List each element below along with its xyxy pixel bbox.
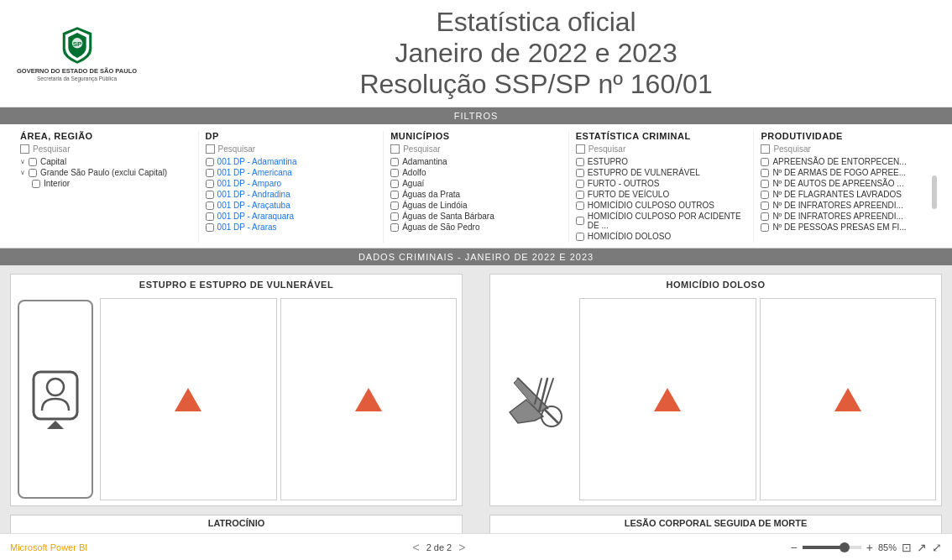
filter-dp-andradina-checkbox[interactable] xyxy=(206,191,214,199)
filter-area-search-row[interactable]: Pesquisar xyxy=(20,144,191,154)
filter-est-estupro[interactable]: ESTUPRO xyxy=(576,157,747,166)
chevron-icon[interactable]: ∨ xyxy=(20,169,25,176)
zoom-plus-button[interactable]: + xyxy=(866,541,873,554)
filter-mun-adolfo[interactable]: Adolfo xyxy=(390,168,562,177)
filter-dp-amparo[interactable]: 001 DP - Amparo xyxy=(206,179,377,188)
share-icon[interactable]: ↗ xyxy=(917,541,927,554)
filter-est-homicidioculposo-checkbox[interactable] xyxy=(576,201,584,210)
filter-mun-aguai-checkbox[interactable] xyxy=(390,180,399,188)
filter-dp-araras[interactable]: 001 DP - Araras xyxy=(206,222,377,232)
filter-mun-aguai[interactable]: Aguaí xyxy=(390,179,562,188)
filter-mun-aguasdaprata-checkbox[interactable] xyxy=(390,191,399,199)
chart-estupro-2 xyxy=(280,298,458,500)
filter-dp-aracatuba[interactable]: 001 DP - Araçatuba xyxy=(206,201,377,210)
chevron-icon[interactable]: ∨ xyxy=(20,158,25,165)
filter-area-search-checkbox[interactable] xyxy=(20,144,29,154)
filter-mun-adamantina-checkbox[interactable] xyxy=(390,158,399,166)
filter-area-grande-sp[interactable]: ∨ Grande São Paulo (exclui Capital) xyxy=(20,168,191,177)
filter-est-homicidiodoloso-label: HOMICÍDIO DOLOSO xyxy=(588,232,671,241)
filter-mun-aguassantabarbara[interactable]: Águas de Santa Bárbara xyxy=(390,212,562,221)
filter-dp-amparo-checkbox[interactable] xyxy=(206,180,214,188)
filter-mun-aguasdelindoia[interactable]: Águas de Lindóia xyxy=(390,201,562,210)
filter-dp-aracatuba-checkbox[interactable] xyxy=(206,201,214,210)
filter-est-homicidioculposo[interactable]: HOMICÍDIO CULPOSO OUTROS xyxy=(576,201,747,210)
filter-prod-autosapreensao-checkbox[interactable] xyxy=(761,180,769,188)
filter-dp-araras-checkbox[interactable] xyxy=(206,223,214,232)
prev-page-button[interactable]: < xyxy=(412,541,419,554)
filter-dp-search-checkbox[interactable] xyxy=(206,144,215,154)
zoom-minus-button[interactable]: − xyxy=(791,541,798,554)
filter-mun-aguassaopedro[interactable]: Águas de São Pedro xyxy=(390,222,562,232)
filter-est-homicidiodoloso[interactable]: HOMICÍDIO DOLOSO xyxy=(576,232,747,241)
filters-bar: FILTROS xyxy=(0,107,952,124)
filter-municipios-col: MUNICÍPIOS Pesquisar Adamantina Adolfo A… xyxy=(384,131,569,243)
filter-mun-adamantina[interactable]: Adamantina xyxy=(390,157,562,166)
filter-prod-armasfogo[interactable]: Nº DE ARMAS DE FOGO APREE... xyxy=(761,168,932,177)
filter-estatistica-title: ESTATÍSTICA CRIMINAL xyxy=(576,131,747,141)
filter-prod-armasfogo-checkbox[interactable] xyxy=(761,169,769,177)
filter-dp-americana[interactable]: 001 DP - Americana xyxy=(206,168,377,177)
filter-mun-aguasdaprata-label: Águas da Prata xyxy=(402,190,460,199)
filter-mun-aguasdaprata[interactable]: Águas da Prata xyxy=(390,190,562,199)
filter-dp-araras-label: 001 DP - Araras xyxy=(217,222,277,232)
filter-mun-adolfo-checkbox[interactable] xyxy=(390,169,399,177)
chart-estupro-1 xyxy=(100,298,277,500)
filter-est-homicidiodoloso-checkbox[interactable] xyxy=(576,233,584,241)
filter-dp-americana-checkbox[interactable] xyxy=(206,169,214,177)
filter-est-homicidioculposoacidente-label: HOMICÍDIO CULPOSO POR ACIDENTE DE ... xyxy=(588,212,747,230)
filter-prod-apreensao[interactable]: APREENSÃO DE ENTORPECEN... xyxy=(761,157,932,166)
zoom-slider-handle[interactable] xyxy=(840,542,850,552)
filter-area-grandesp-checkbox[interactable] xyxy=(29,169,37,177)
filter-dp-araraquara-checkbox[interactable] xyxy=(206,212,214,221)
powerbi-link[interactable]: Microsoft Power BI xyxy=(10,542,87,552)
fit-page-icon[interactable]: ⊡ xyxy=(902,541,912,554)
filter-municipios-search-row[interactable]: Pesquisar xyxy=(390,144,562,154)
filter-est-furtoveiculo[interactable]: FURTO DE VEÍCULO xyxy=(576,190,747,199)
next-page-button[interactable]: > xyxy=(458,541,465,554)
filter-area-interior-label: Interior xyxy=(44,179,70,188)
filter-area-capital-checkbox[interactable] xyxy=(29,158,37,166)
filter-dp-araraquara[interactable]: 001 DP - Araraquara xyxy=(206,212,377,221)
filter-dp-search-row[interactable]: Pesquisar xyxy=(206,144,377,154)
filter-prod-flagrantes[interactable]: Nº DE FLAGRANTES LAVRADOS xyxy=(761,190,932,199)
fullscreen-icon[interactable]: ⤢ xyxy=(932,541,942,554)
filter-produtividade-search-row[interactable]: Pesquisar xyxy=(761,144,932,154)
filter-est-furtooutros[interactable]: FURTO - OUTROS xyxy=(576,179,747,188)
filter-dp-search-label: Pesquisar xyxy=(218,144,255,154)
filter-prod-pessoas-checkbox[interactable] xyxy=(761,223,769,232)
filter-est-estupro-checkbox[interactable] xyxy=(576,158,584,166)
filter-dp-adamantina-checkbox[interactable] xyxy=(206,158,214,166)
filter-mun-aguasdelindoia-checkbox[interactable] xyxy=(390,201,399,210)
filter-area-interior[interactable]: Interior xyxy=(20,179,191,188)
filter-prod-flagrantes-checkbox[interactable] xyxy=(761,191,769,199)
filter-area-interior-checkbox[interactable] xyxy=(32,180,40,188)
filter-prod-infratores2[interactable]: Nº DE INFRATORES APREENDI... xyxy=(761,212,932,221)
person-icon xyxy=(30,370,81,429)
filter-prod-pessoas[interactable]: Nº DE PESSOAS PRESAS EM FI... xyxy=(761,222,932,232)
filter-dp-andradina[interactable]: 001 DP - Andradina xyxy=(206,190,377,199)
filter-mun-aguassantabarbara-checkbox[interactable] xyxy=(390,212,399,221)
filter-prod-infratores1[interactable]: Nº DE INFRATORES APREENDI... xyxy=(761,201,932,210)
scrollbar[interactable] xyxy=(932,175,937,209)
filter-estatistica-search-row[interactable]: Pesquisar xyxy=(576,144,747,154)
filter-est-estuprovuln-checkbox[interactable] xyxy=(576,169,584,177)
filter-produtividade-search-checkbox[interactable] xyxy=(761,144,770,154)
filter-estatistica-search-checkbox[interactable] xyxy=(576,144,585,154)
filter-est-estuprovuln[interactable]: ESTUPRO DE VULNERÁVEL xyxy=(576,168,747,177)
filter-est-furtooutros-checkbox[interactable] xyxy=(576,180,584,188)
filter-area-title: ÁREA, REGIÃO xyxy=(20,131,191,141)
card-estupro: ESTUPRO E ESTUPRO DE VULNERÁVEL xyxy=(10,274,463,506)
filter-dp-adamantina[interactable]: 001 DP - Adamantina xyxy=(206,157,377,166)
filter-est-homicidioculposoacidente[interactable]: HOMICÍDIO CULPOSO POR ACIDENTE DE ... xyxy=(576,212,747,230)
filter-prod-apreensao-checkbox[interactable] xyxy=(761,158,769,166)
filter-prod-infratores1-checkbox[interactable] xyxy=(761,201,769,210)
filter-area-capital[interactable]: ∨ Capital xyxy=(20,157,191,166)
filter-prod-infratores2-checkbox[interactable] xyxy=(761,212,769,221)
zoom-slider[interactable] xyxy=(803,546,861,549)
filter-est-homicidioculposoacidente-checkbox[interactable] xyxy=(576,217,584,225)
logo-subtitle: Secretaria da Segurança Pública xyxy=(37,76,117,81)
filter-municipios-search-checkbox[interactable] xyxy=(390,144,400,154)
filter-est-furtoveiculo-checkbox[interactable] xyxy=(576,191,584,199)
filter-mun-aguassaopedro-checkbox[interactable] xyxy=(390,223,399,232)
filter-prod-autosapreensao[interactable]: Nº DE AUTOS DE APREENSÃO ... xyxy=(761,179,932,188)
